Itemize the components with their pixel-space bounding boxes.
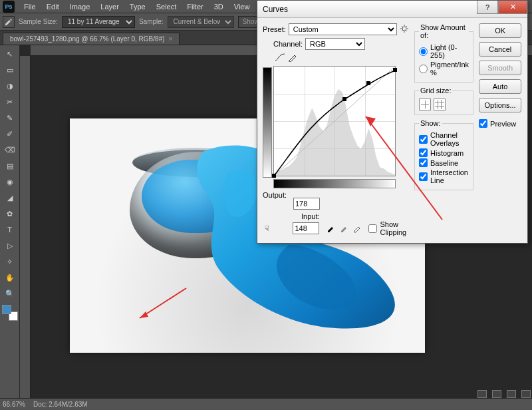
auto-button[interactable]: Auto (479, 79, 521, 94)
preset-select[interactable]: Custom (289, 23, 397, 35)
tools-panel: ↖ ▭ ◑ ✂ ✎ ✐ ⌫ ▤ ◉ ◢ ✿ T ▷ ✧ ✋ 🔍 (0, 45, 20, 398)
curve-point[interactable] (366, 81, 370, 85)
gradient-tool-icon[interactable]: ▤ (3, 158, 17, 173)
doc-size: Doc: 2.64M/2.63M (33, 401, 88, 408)
eraser-tool-icon[interactable]: ⌫ (3, 142, 17, 157)
menu-layer[interactable]: Layer (95, 3, 124, 11)
menu-edit[interactable]: Edit (41, 3, 65, 11)
eyedropper-tool-icon[interactable]: ✎ (3, 110, 17, 125)
status-bar: 66.67% Doc: 2.64M/2.63M (0, 398, 532, 410)
marquee-tool-icon[interactable]: ▭ (3, 63, 17, 77)
ok-button[interactable]: OK (479, 23, 521, 38)
menu-view[interactable]: View (229, 3, 255, 11)
svg-line-5 (366, 116, 442, 220)
sample-layer-select[interactable]: Current & Below (168, 16, 234, 28)
hand-tool-icon[interactable]: ✋ (3, 270, 17, 285)
shape-tool-icon[interactable]: ✧ (3, 254, 17, 269)
output-field[interactable] (293, 198, 320, 210)
curve-point[interactable] (342, 97, 346, 101)
curve-point[interactable] (393, 68, 397, 72)
light-radio[interactable] (419, 47, 428, 56)
dialog-title: Curves (263, 5, 288, 14)
type-tool-icon[interactable]: T (3, 222, 17, 237)
color-swatches[interactable] (2, 305, 18, 321)
show-amount-legend: Show Amount of: (419, 23, 469, 39)
zoom-tool-icon[interactable]: 🔍 (3, 286, 17, 301)
preset-label: Preset: (263, 25, 286, 33)
foreground-swatch[interactable] (2, 305, 11, 314)
ruler-vertical[interactable] (20, 56, 31, 398)
menu-type[interactable]: Type (124, 3, 151, 11)
close-tab-icon[interactable]: × (169, 35, 173, 43)
lasso-tool-icon[interactable]: ◑ (3, 79, 17, 93)
crop-tool-icon[interactable]: ✂ (3, 95, 17, 109)
menu-3d[interactable]: 3D (209, 3, 229, 11)
eyedropper-tool-icon[interactable] (3, 16, 15, 28)
panel-icon[interactable] (507, 390, 516, 398)
menu-file[interactable]: File (19, 3, 41, 11)
blur-tool-icon[interactable]: ◉ (3, 174, 17, 189)
help-window-button[interactable]: ? (477, 1, 498, 14)
preview-label: Preview (490, 120, 516, 128)
grid-size-legend: Grid size: (419, 87, 452, 95)
menu-image[interactable]: Image (65, 3, 96, 11)
panel-icon[interactable] (521, 390, 531, 398)
menu-filter[interactable]: Filter (182, 3, 208, 11)
preview-checkbox[interactable] (479, 119, 487, 128)
dodge-tool-icon[interactable]: ◢ (3, 190, 17, 205)
dialog-titlebar[interactable]: Curves ? ✕ (257, 1, 527, 18)
black-point-eyedropper-icon[interactable] (326, 224, 335, 233)
options-button[interactable]: Options... (479, 98, 521, 112)
gear-icon[interactable] (400, 24, 409, 35)
svg-marker-1 (140, 311, 148, 318)
move-tool-icon[interactable]: ↖ (3, 47, 17, 61)
sample-layer-label: Sample: (139, 18, 164, 25)
pigment-label: Pigment/Ink % (430, 61, 469, 77)
gray-point-eyedropper-icon[interactable] (339, 224, 348, 233)
panel-icon[interactable] (477, 390, 487, 398)
document-tab-title: bowl-257493_1280.png @ 66.7% (Layer 0, R… (10, 35, 165, 43)
light-label: Light (0-255) (430, 43, 469, 59)
sample-size-label: Sample Size: (19, 18, 58, 25)
document-tab[interactable]: bowl-257493_1280.png @ 66.7% (Layer 0, R… (3, 33, 180, 45)
annotation-arrow-canvas (130, 285, 190, 325)
app-logo: Ps (3, 1, 15, 13)
collapsed-panel-strip (477, 390, 531, 398)
panel-icon[interactable] (492, 390, 501, 398)
zoom-level[interactable]: 66.67% (3, 401, 25, 408)
pencil-edit-icon[interactable] (288, 53, 297, 63)
curve-point[interactable] (272, 174, 276, 178)
menu-select[interactable]: Select (151, 3, 182, 11)
input-field[interactable] (293, 222, 319, 234)
svg-marker-6 (366, 116, 376, 126)
input-label: Input: (301, 212, 329, 220)
channel-label: Channel: (273, 40, 303, 48)
annotation-arrow-dialog (356, 106, 449, 226)
close-window-button[interactable]: ✕ (498, 1, 527, 14)
hand-sampler-icon[interactable]: ☟ (263, 224, 272, 233)
pigment-radio[interactable] (419, 65, 428, 73)
output-gradient (263, 67, 272, 178)
path-tool-icon[interactable]: ▷ (3, 238, 17, 253)
channel-select[interactable]: RGB (305, 38, 365, 50)
show-amount-group: Show Amount of: Light (0-255) Pigment/In… (414, 23, 473, 83)
smooth-button[interactable]: Smooth (479, 61, 521, 75)
sample-size-select[interactable]: 11 by 11 Average (62, 16, 135, 28)
brush-tool-icon[interactable]: ✐ (3, 126, 17, 141)
curve-edit-icon[interactable] (275, 53, 285, 63)
svg-point-2 (402, 27, 406, 31)
pen-tool-icon[interactable]: ✿ (3, 206, 17, 221)
output-label: Output: (263, 191, 291, 199)
cancel-button[interactable]: Cancel (479, 42, 521, 57)
